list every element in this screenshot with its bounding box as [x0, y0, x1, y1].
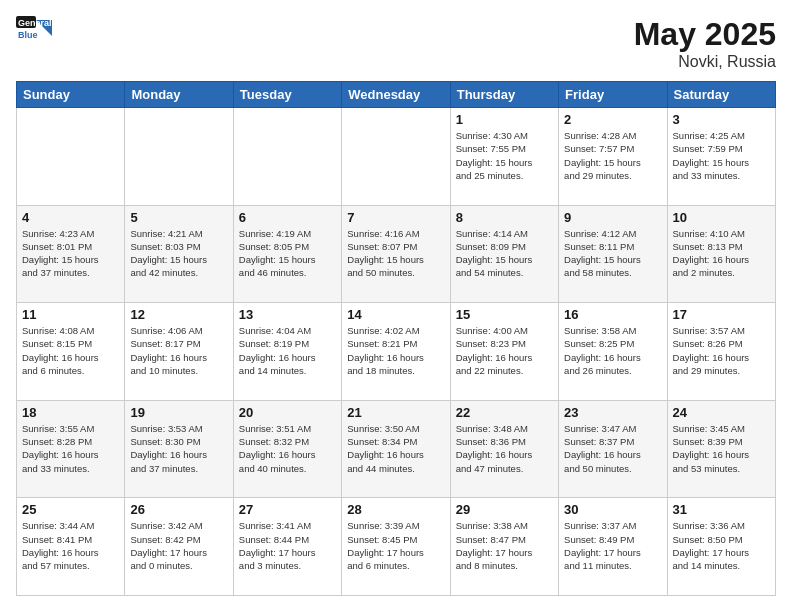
calendar-cell-w4-d1: 18Sunrise: 3:55 AM Sunset: 8:28 PM Dayli… [17, 400, 125, 498]
calendar-cell-w4-d6: 23Sunrise: 3:47 AM Sunset: 8:37 PM Dayli… [559, 400, 667, 498]
day-number: 11 [22, 307, 119, 322]
calendar-cell-w1-d5: 1Sunrise: 4:30 AM Sunset: 7:55 PM Daylig… [450, 108, 558, 206]
logo: General Blue [16, 16, 52, 46]
calendar-cell-w2-d5: 8Sunrise: 4:14 AM Sunset: 8:09 PM Daylig… [450, 205, 558, 303]
calendar-cell-w5-d6: 30Sunrise: 3:37 AM Sunset: 8:49 PM Dayli… [559, 498, 667, 596]
day-info: Sunrise: 3:55 AM Sunset: 8:28 PM Dayligh… [22, 422, 119, 475]
day-number: 17 [673, 307, 770, 322]
calendar-cell-w1-d6: 2Sunrise: 4:28 AM Sunset: 7:57 PM Daylig… [559, 108, 667, 206]
day-info: Sunrise: 3:41 AM Sunset: 8:44 PM Dayligh… [239, 519, 336, 572]
calendar-cell-w1-d4 [342, 108, 450, 206]
day-info: Sunrise: 3:48 AM Sunset: 8:36 PM Dayligh… [456, 422, 553, 475]
day-number: 30 [564, 502, 661, 517]
calendar-header-row: Sunday Monday Tuesday Wednesday Thursday… [17, 82, 776, 108]
day-number: 16 [564, 307, 661, 322]
day-info: Sunrise: 3:39 AM Sunset: 8:45 PM Dayligh… [347, 519, 444, 572]
calendar-week-2: 4Sunrise: 4:23 AM Sunset: 8:01 PM Daylig… [17, 205, 776, 303]
col-thursday: Thursday [450, 82, 558, 108]
calendar-cell-w2-d7: 10Sunrise: 4:10 AM Sunset: 8:13 PM Dayli… [667, 205, 775, 303]
calendar-cell-w4-d7: 24Sunrise: 3:45 AM Sunset: 8:39 PM Dayli… [667, 400, 775, 498]
calendar-week-3: 11Sunrise: 4:08 AM Sunset: 8:15 PM Dayli… [17, 303, 776, 401]
day-number: 3 [673, 112, 770, 127]
calendar-cell-w3-d6: 16Sunrise: 3:58 AM Sunset: 8:25 PM Dayli… [559, 303, 667, 401]
svg-text:General: General [18, 18, 52, 28]
page: General Blue May 2025 Novki, Russia Sund… [0, 0, 792, 612]
day-number: 28 [347, 502, 444, 517]
calendar-cell-w4-d5: 22Sunrise: 3:48 AM Sunset: 8:36 PM Dayli… [450, 400, 558, 498]
day-info: Sunrise: 3:36 AM Sunset: 8:50 PM Dayligh… [673, 519, 770, 572]
calendar-cell-w3-d5: 15Sunrise: 4:00 AM Sunset: 8:23 PM Dayli… [450, 303, 558, 401]
day-number: 8 [456, 210, 553, 225]
col-wednesday: Wednesday [342, 82, 450, 108]
calendar-cell-w4-d3: 20Sunrise: 3:51 AM Sunset: 8:32 PM Dayli… [233, 400, 341, 498]
day-number: 12 [130, 307, 227, 322]
calendar-week-5: 25Sunrise: 3:44 AM Sunset: 8:41 PM Dayli… [17, 498, 776, 596]
col-monday: Monday [125, 82, 233, 108]
calendar-cell-w2-d4: 7Sunrise: 4:16 AM Sunset: 8:07 PM Daylig… [342, 205, 450, 303]
day-number: 13 [239, 307, 336, 322]
day-info: Sunrise: 4:30 AM Sunset: 7:55 PM Dayligh… [456, 129, 553, 182]
day-number: 9 [564, 210, 661, 225]
day-number: 23 [564, 405, 661, 420]
day-info: Sunrise: 4:12 AM Sunset: 8:11 PM Dayligh… [564, 227, 661, 280]
calendar-cell-w5-d1: 25Sunrise: 3:44 AM Sunset: 8:41 PM Dayli… [17, 498, 125, 596]
calendar-week-4: 18Sunrise: 3:55 AM Sunset: 8:28 PM Dayli… [17, 400, 776, 498]
day-info: Sunrise: 3:53 AM Sunset: 8:30 PM Dayligh… [130, 422, 227, 475]
day-info: Sunrise: 4:19 AM Sunset: 8:05 PM Dayligh… [239, 227, 336, 280]
day-number: 6 [239, 210, 336, 225]
svg-text:Blue: Blue [18, 30, 38, 40]
day-info: Sunrise: 3:51 AM Sunset: 8:32 PM Dayligh… [239, 422, 336, 475]
day-number: 10 [673, 210, 770, 225]
calendar-cell-w3-d4: 14Sunrise: 4:02 AM Sunset: 8:21 PM Dayli… [342, 303, 450, 401]
day-number: 20 [239, 405, 336, 420]
day-number: 5 [130, 210, 227, 225]
day-number: 22 [456, 405, 553, 420]
day-number: 21 [347, 405, 444, 420]
calendar-table: Sunday Monday Tuesday Wednesday Thursday… [16, 81, 776, 596]
day-info: Sunrise: 3:37 AM Sunset: 8:49 PM Dayligh… [564, 519, 661, 572]
day-info: Sunrise: 3:47 AM Sunset: 8:37 PM Dayligh… [564, 422, 661, 475]
day-number: 1 [456, 112, 553, 127]
day-number: 7 [347, 210, 444, 225]
calendar-cell-w5-d3: 27Sunrise: 3:41 AM Sunset: 8:44 PM Dayli… [233, 498, 341, 596]
col-sunday: Sunday [17, 82, 125, 108]
day-number: 14 [347, 307, 444, 322]
calendar-cell-w5-d4: 28Sunrise: 3:39 AM Sunset: 8:45 PM Dayli… [342, 498, 450, 596]
calendar-cell-w1-d2 [125, 108, 233, 206]
calendar-cell-w3-d7: 17Sunrise: 3:57 AM Sunset: 8:26 PM Dayli… [667, 303, 775, 401]
day-number: 18 [22, 405, 119, 420]
day-info: Sunrise: 3:38 AM Sunset: 8:47 PM Dayligh… [456, 519, 553, 572]
day-number: 15 [456, 307, 553, 322]
day-info: Sunrise: 3:57 AM Sunset: 8:26 PM Dayligh… [673, 324, 770, 377]
day-info: Sunrise: 4:23 AM Sunset: 8:01 PM Dayligh… [22, 227, 119, 280]
calendar-cell-w4-d4: 21Sunrise: 3:50 AM Sunset: 8:34 PM Dayli… [342, 400, 450, 498]
calendar-cell-w5-d7: 31Sunrise: 3:36 AM Sunset: 8:50 PM Dayli… [667, 498, 775, 596]
calendar-cell-w2-d6: 9Sunrise: 4:12 AM Sunset: 8:11 PM Daylig… [559, 205, 667, 303]
calendar-cell-w3-d3: 13Sunrise: 4:04 AM Sunset: 8:19 PM Dayli… [233, 303, 341, 401]
day-info: Sunrise: 4:10 AM Sunset: 8:13 PM Dayligh… [673, 227, 770, 280]
logo-icon: General Blue [16, 16, 52, 46]
month-title: May 2025 [634, 16, 776, 53]
calendar-cell-w5-d2: 26Sunrise: 3:42 AM Sunset: 8:42 PM Dayli… [125, 498, 233, 596]
day-number: 26 [130, 502, 227, 517]
calendar-cell-w3-d2: 12Sunrise: 4:06 AM Sunset: 8:17 PM Dayli… [125, 303, 233, 401]
calendar-cell-w1-d7: 3Sunrise: 4:25 AM Sunset: 7:59 PM Daylig… [667, 108, 775, 206]
day-info: Sunrise: 3:50 AM Sunset: 8:34 PM Dayligh… [347, 422, 444, 475]
calendar-cell-w1-d3 [233, 108, 341, 206]
day-number: 19 [130, 405, 227, 420]
calendar-cell-w5-d5: 29Sunrise: 3:38 AM Sunset: 8:47 PM Dayli… [450, 498, 558, 596]
day-info: Sunrise: 4:25 AM Sunset: 7:59 PM Dayligh… [673, 129, 770, 182]
day-info: Sunrise: 4:21 AM Sunset: 8:03 PM Dayligh… [130, 227, 227, 280]
header: General Blue May 2025 Novki, Russia [16, 16, 776, 71]
day-info: Sunrise: 4:04 AM Sunset: 8:19 PM Dayligh… [239, 324, 336, 377]
day-info: Sunrise: 4:00 AM Sunset: 8:23 PM Dayligh… [456, 324, 553, 377]
calendar-cell-w3-d1: 11Sunrise: 4:08 AM Sunset: 8:15 PM Dayli… [17, 303, 125, 401]
calendar-cell-w2-d3: 6Sunrise: 4:19 AM Sunset: 8:05 PM Daylig… [233, 205, 341, 303]
day-number: 2 [564, 112, 661, 127]
calendar-week-1: 1Sunrise: 4:30 AM Sunset: 7:55 PM Daylig… [17, 108, 776, 206]
day-info: Sunrise: 3:42 AM Sunset: 8:42 PM Dayligh… [130, 519, 227, 572]
day-info: Sunrise: 4:08 AM Sunset: 8:15 PM Dayligh… [22, 324, 119, 377]
day-info: Sunrise: 4:16 AM Sunset: 8:07 PM Dayligh… [347, 227, 444, 280]
day-number: 27 [239, 502, 336, 517]
calendar-cell-w1-d1 [17, 108, 125, 206]
